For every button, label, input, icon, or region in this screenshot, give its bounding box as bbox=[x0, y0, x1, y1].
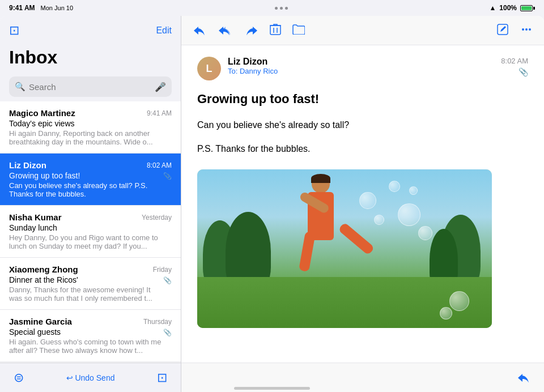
more-icon bbox=[520, 23, 533, 36]
home-indicator bbox=[234, 387, 310, 390]
status-bar: 9:41 AM Mon Jun 10 ▲ 100% bbox=[0, 0, 544, 16]
email-body-p1: Can you believe she's already so tall? bbox=[197, 118, 528, 133]
mail-list: Magico Martinez 9:41 AM Today's epic vie… bbox=[0, 101, 181, 363]
mail-preview: Can you believe she's already so tall? P… bbox=[9, 181, 162, 198]
email-header: L Liz Dizon To: Danny Rico 8:02 AM 📎 bbox=[197, 57, 528, 80]
dots-menu bbox=[275, 7, 288, 10]
battery-percent: 100% bbox=[499, 4, 517, 12]
attachment-icon: 📎 bbox=[163, 329, 172, 336]
svg-point-5 bbox=[525, 28, 528, 31]
sidebar-toggle-button[interactable]: ⊡ bbox=[9, 23, 19, 38]
filter-button[interactable]: ⊜ bbox=[14, 370, 24, 385]
status-right: ▲ 100% bbox=[489, 4, 535, 12]
mail-time: 8:02 AM bbox=[147, 161, 172, 169]
reply-bottom-icon bbox=[517, 371, 530, 382]
mail-from: Nisha Kumar bbox=[9, 212, 62, 222]
undo-send-button[interactable]: ↩ Undo Send bbox=[66, 373, 115, 382]
app-container: ⊡ Edit Inbox 🔍 🎤 Magico Martinez 9:41 AM… bbox=[0, 16, 544, 392]
compose-icon bbox=[496, 23, 509, 36]
detail-toolbar bbox=[181, 16, 544, 45]
list-item[interactable]: Magico Martinez 9:41 AM Today's epic vie… bbox=[0, 101, 181, 154]
svg-rect-0 bbox=[270, 25, 280, 35]
email-to: To: Danny Rico bbox=[228, 67, 494, 75]
mail-subject: Sunday lunch bbox=[9, 223, 57, 232]
email-detail-content: L Liz Dizon To: Danny Rico 8:02 AM 📎 Gro… bbox=[181, 45, 544, 363]
list-item[interactable]: Nisha Kumar Yesterday Sunday lunch Hey D… bbox=[0, 206, 181, 258]
search-input[interactable] bbox=[29, 82, 151, 92]
photo-scene bbox=[197, 169, 492, 328]
list-item[interactable]: Jasmine Garcia Thursday Special guests 📎… bbox=[0, 310, 181, 362]
edit-button[interactable]: Edit bbox=[156, 25, 172, 36]
mail-time: Yesterday bbox=[142, 214, 172, 221]
detail-toolbar-left bbox=[193, 23, 305, 37]
avatar: L bbox=[197, 57, 221, 80]
folder-icon bbox=[292, 24, 305, 35]
email-meta: Liz Dizon To: Danny Rico bbox=[228, 57, 494, 75]
email-body: Can you believe she's already so tall? P… bbox=[197, 118, 528, 156]
reply-button[interactable] bbox=[193, 24, 206, 37]
mail-from: Liz Dizon bbox=[9, 160, 46, 170]
email-body-p2: P.S. Thanks for the bubbles. bbox=[197, 142, 528, 156]
forward-icon bbox=[245, 24, 258, 35]
mail-from: Magico Martinez bbox=[9, 108, 75, 118]
reply-icon bbox=[193, 24, 206, 35]
microphone-icon[interactable]: 🎤 bbox=[155, 82, 166, 92]
forward-button[interactable] bbox=[245, 24, 258, 37]
more-button[interactable] bbox=[520, 23, 533, 37]
folder-button[interactable] bbox=[292, 24, 305, 36]
search-bar[interactable]: 🔍 🎤 bbox=[9, 76, 172, 97]
reply-all-icon bbox=[218, 24, 233, 35]
new-compose-button[interactable] bbox=[496, 23, 509, 37]
sidebar-bottom-bar: ⊜ ↩ Undo Send ⊡ bbox=[0, 363, 181, 392]
to-label: To: bbox=[228, 67, 237, 75]
status-date: Mon Jun 10 bbox=[41, 5, 73, 11]
to-name[interactable]: Danny Rico bbox=[240, 67, 278, 75]
mail-time: Friday bbox=[153, 266, 172, 274]
mail-from: Jasmine Garcia bbox=[9, 317, 72, 326]
mail-subject: Dinner at the Ricos' bbox=[9, 275, 78, 284]
detail-pane: L Liz Dizon To: Danny Rico 8:02 AM 📎 Gro… bbox=[181, 16, 544, 392]
list-item[interactable]: Liz Dizon 8:02 AM Growing up too fast! 📎… bbox=[0, 154, 181, 206]
sidebar: ⊡ Edit Inbox 🔍 🎤 Magico Martinez 9:41 AM… bbox=[0, 16, 181, 392]
undo-send-label: ↩ Undo Send bbox=[66, 373, 115, 382]
trash-icon bbox=[270, 23, 281, 36]
list-item[interactable]: Xiaomeng Zhong Friday Dinner at the Rico… bbox=[0, 258, 181, 310]
mail-subject: Today's epic views bbox=[9, 119, 75, 128]
detail-toolbar-right bbox=[496, 23, 533, 37]
mail-time: Thursday bbox=[143, 318, 172, 326]
mail-preview: Hi again. Guess who's coming to town wit… bbox=[9, 338, 162, 355]
sidebar-toolbar: ⊡ Edit bbox=[0, 16, 181, 45]
email-inline-image bbox=[197, 169, 492, 328]
svg-point-4 bbox=[522, 28, 524, 31]
email-header-right: 8:02 AM 📎 bbox=[501, 57, 528, 76]
battery-icon bbox=[520, 5, 535, 11]
reply-bottom-button[interactable] bbox=[517, 371, 530, 384]
email-sender: Liz Dizon bbox=[228, 57, 494, 67]
mail-from: Xiaomeng Zhong bbox=[9, 265, 78, 274]
mail-preview: Hi again Danny, Reporting back on anothe… bbox=[9, 129, 162, 146]
status-time: 9:41 AM bbox=[9, 4, 35, 12]
wifi-icon: ▲ bbox=[489, 4, 496, 12]
mail-subject: Growing up too fast! bbox=[9, 171, 80, 180]
inbox-title: Inbox bbox=[9, 48, 172, 67]
sidebar-header: Inbox bbox=[0, 45, 181, 72]
email-attachment-indicator: 📎 bbox=[518, 67, 528, 76]
attachment-icon: 📎 bbox=[163, 276, 172, 284]
trash-button[interactable] bbox=[270, 23, 281, 37]
svg-point-6 bbox=[529, 28, 531, 31]
mail-subject: Special guests bbox=[9, 327, 61, 336]
search-icon: 🔍 bbox=[15, 82, 26, 92]
email-subject: Growing up too fast! bbox=[197, 92, 528, 106]
grass bbox=[197, 277, 492, 328]
reply-all-button[interactable] bbox=[218, 24, 233, 37]
email-time: 8:02 AM bbox=[501, 57, 528, 65]
mail-preview: Hey Danny, Do you and Rigo want to come … bbox=[9, 233, 162, 250]
mail-time: 9:41 AM bbox=[147, 109, 172, 117]
mail-preview: Danny, Thanks for the awesome evening! I… bbox=[9, 286, 162, 302]
attachment-icon: 📎 bbox=[163, 172, 172, 180]
compose-button[interactable]: ⊡ bbox=[157, 370, 167, 385]
